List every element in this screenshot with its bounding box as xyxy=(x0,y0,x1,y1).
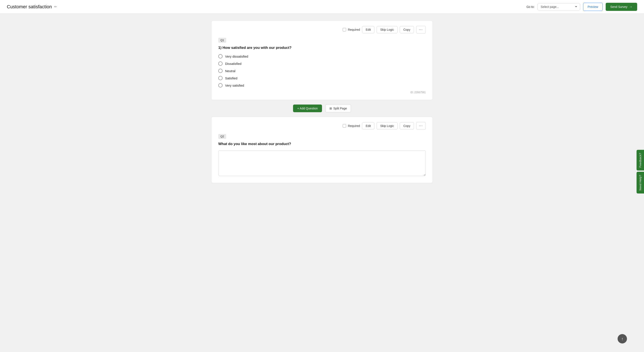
radio-circle-2 xyxy=(218,69,222,73)
preview-button[interactable]: Preview xyxy=(583,3,603,11)
split-page-label: Split Page xyxy=(333,107,347,110)
q1-option-0[interactable]: Very dissatisfied xyxy=(218,54,426,58)
app-header: Customer satisfaction ✏ Go to: Select pa… xyxy=(0,0,644,14)
q1-option-2[interactable]: Neutral xyxy=(218,69,426,73)
main-content: Required Edit Skip Logic Copy ··· Q1 1) … xyxy=(173,14,471,190)
send-survey-label: Send Survey xyxy=(610,5,628,9)
split-page-button[interactable]: ⊞ Split Page xyxy=(326,104,351,112)
select-page-dropdown[interactable]: Select page... xyxy=(538,3,580,11)
q1-option-label-3: Satisfied xyxy=(225,76,238,80)
q2-textarea[interactable] xyxy=(218,150,426,176)
q2-more-button[interactable]: ··· xyxy=(416,122,426,130)
question-card-1: Required Edit Skip Logic Copy ··· Q1 1) … xyxy=(211,21,433,100)
header-right: Go to: Select page... Preview Send Surve… xyxy=(526,3,637,11)
q2-edit-button[interactable]: Edit xyxy=(362,122,374,129)
q1-option-label-1: Dissatisfied xyxy=(225,62,242,66)
side-panel: Feedback? Need Help? xyxy=(636,150,644,193)
q2-skip-logic-button[interactable]: Skip Logic xyxy=(376,122,398,129)
q1-text: 1) How satisfied are you with our produc… xyxy=(218,46,426,50)
q1-required-wrap: Required xyxy=(343,28,360,31)
q1-required-label: Required xyxy=(348,28,360,31)
q1-more-button[interactable]: ··· xyxy=(416,26,426,34)
q2-required-checkbox[interactable] xyxy=(343,124,346,128)
q2-required-wrap: Required xyxy=(343,124,360,128)
radio-circle-4 xyxy=(218,83,222,87)
q1-options: Very dissatisfied Dissatisfied Neutral S… xyxy=(218,54,426,87)
q2-copy-button[interactable]: Copy xyxy=(400,122,414,129)
q1-option-1[interactable]: Dissatisfied xyxy=(218,61,426,66)
radio-circle-1 xyxy=(218,61,222,66)
send-survey-button[interactable]: Send Survey → xyxy=(606,3,637,11)
scroll-to-top-button[interactable]: ↑ xyxy=(618,334,627,343)
q2-toolbar: Required Edit Skip Logic Copy ··· xyxy=(218,122,426,130)
q1-badge: Q1 xyxy=(218,38,226,43)
goto-label: Go to: xyxy=(526,5,534,9)
action-bar: + Add Question ⊞ Split Page xyxy=(211,100,433,117)
split-page-icon: ⊞ xyxy=(330,107,332,110)
q1-skip-logic-button[interactable]: Skip Logic xyxy=(376,26,398,33)
q1-id: ID: 22667581 xyxy=(218,91,426,94)
q1-copy-button[interactable]: Copy xyxy=(400,26,414,33)
q1-option-label-0: Very dissatisfied xyxy=(225,55,248,58)
send-survey-arrow-icon: → xyxy=(629,5,632,9)
add-question-button[interactable]: + Add Question xyxy=(293,105,322,112)
q1-option-label-2: Neutral xyxy=(225,69,235,73)
q1-option-4[interactable]: Very satisfied xyxy=(218,83,426,87)
scroll-top-icon: ↑ xyxy=(621,336,623,341)
q2-required-label: Required xyxy=(348,124,360,128)
q2-badge: Q2 xyxy=(218,134,226,139)
edit-title-icon[interactable]: ✏ xyxy=(54,5,57,9)
need-help-tab[interactable]: Need Help? xyxy=(636,172,644,194)
q2-text: What do you like most about our product? xyxy=(218,142,426,146)
q1-edit-button[interactable]: Edit xyxy=(362,26,374,33)
q1-required-checkbox[interactable] xyxy=(343,28,346,31)
q1-option-label-4: Very satisfied xyxy=(225,84,244,87)
survey-title: Customer satisfaction xyxy=(7,4,52,10)
q1-option-3[interactable]: Satisfied xyxy=(218,76,426,80)
question-card-2: Required Edit Skip Logic Copy ··· Q2 Wha… xyxy=(211,117,433,183)
feedback-tab[interactable]: Feedback? xyxy=(636,150,644,170)
radio-circle-3 xyxy=(218,76,222,80)
q1-toolbar: Required Edit Skip Logic Copy ··· xyxy=(218,26,426,34)
header-left: Customer satisfaction ✏ xyxy=(7,4,57,10)
radio-circle-0 xyxy=(218,54,222,58)
